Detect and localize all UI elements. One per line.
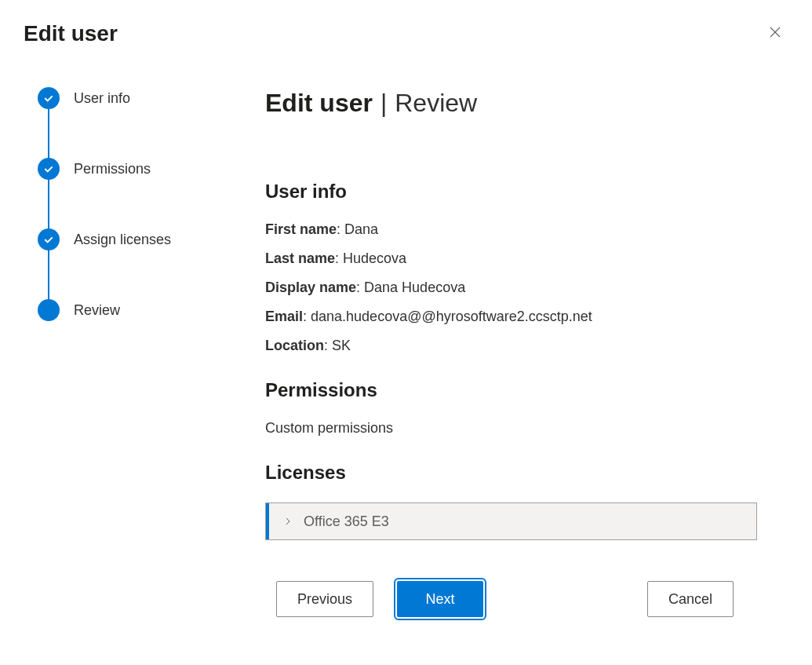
step-label: Review [74, 302, 120, 319]
step-label: Permissions [74, 161, 151, 177]
license-row[interactable]: Office 365 E3 [265, 502, 757, 540]
step-assign-licenses[interactable]: Assign licenses [38, 228, 202, 250]
dialog-title: Edit user [24, 21, 118, 46]
field-email: Email: dana.hudecova@@hyrosoftware2.ccsc… [265, 309, 757, 325]
checkmark-icon [38, 228, 60, 250]
wizard-stepper: User info Permissions Assign licenses [38, 87, 202, 617]
field-value: Hudecova [343, 250, 406, 266]
step-label: Assign licenses [74, 232, 171, 248]
step-review[interactable]: Review [38, 299, 202, 321]
permissions-text: Custom permissions [265, 420, 757, 437]
dialog-footer: Previous Next Cancel [265, 540, 757, 617]
previous-button[interactable]: Previous [276, 581, 373, 617]
page-title-divider: | [381, 89, 387, 118]
step-permissions[interactable]: Permissions [38, 158, 202, 180]
step-label: User info [74, 90, 130, 107]
license-name: Office 365 E3 [304, 513, 389, 530]
step-connector [48, 180, 49, 228]
section-heading: Permissions [265, 379, 757, 401]
section-licenses: Licenses Office 365 E3 [265, 462, 757, 540]
field-label: Last name [265, 250, 335, 266]
close-button[interactable] [762, 19, 788, 48]
next-button[interactable]: Next [397, 581, 483, 617]
step-user-info[interactable]: User info [38, 87, 202, 109]
field-value: Dana Hudecova [364, 280, 465, 295]
page-title-sub: Review [395, 89, 477, 118]
close-icon [768, 25, 782, 42]
checkmark-icon [38, 158, 60, 180]
field-location: Location: SK [265, 338, 757, 354]
field-label: First name [265, 221, 337, 237]
field-label: Display name [265, 280, 356, 295]
page-title-main: Edit user [265, 89, 373, 118]
section-permissions: Permissions Custom permissions [265, 379, 757, 437]
cancel-button[interactable]: Cancel [647, 581, 734, 617]
current-step-icon [38, 299, 60, 321]
field-value: SK [332, 338, 351, 353]
step-connector [48, 250, 49, 299]
section-heading: User info [265, 181, 757, 203]
field-last-name: Last name: Hudecova [265, 250, 757, 267]
field-value: dana.hudecova@@hyrosoftware2.ccsctp.net [311, 309, 592, 324]
field-first-name: First name: Dana [265, 221, 757, 238]
field-value: Dana [344, 221, 378, 237]
section-user-info: User info First name: Dana Last name: Hu… [265, 181, 757, 354]
field-label: Email [265, 309, 303, 324]
field-display-name: Display name: Dana Hudecova [265, 280, 757, 296]
page-title: Edit user | Review [265, 89, 757, 118]
field-label: Location [265, 338, 324, 353]
chevron-right-icon [269, 517, 304, 526]
section-heading: Licenses [265, 462, 757, 484]
checkmark-icon [38, 87, 60, 109]
step-connector [48, 109, 49, 158]
